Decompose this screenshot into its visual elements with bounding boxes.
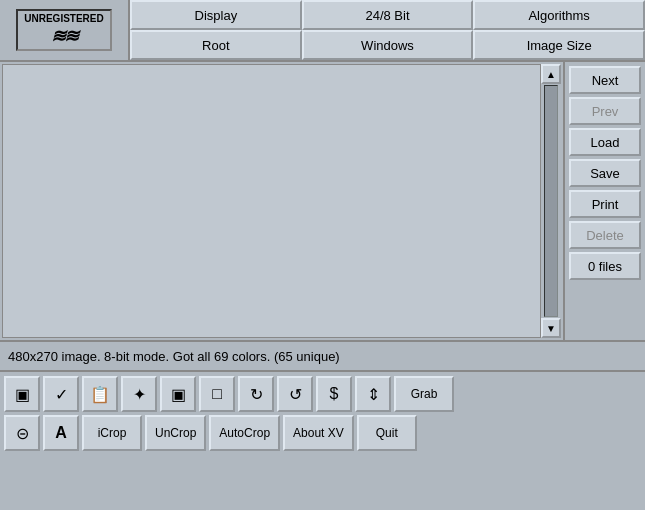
- menu-btn-24-8-bit[interactable]: 24/8 Bit: [302, 0, 474, 30]
- save-button[interactable]: Save: [569, 159, 641, 187]
- toolbar-row-1: ▣ ✓ 📋 ✦ ▣ □ ↻ ↺ $ ⇕ Grab: [4, 376, 641, 412]
- copy-btn[interactable]: 📋: [82, 376, 118, 412]
- scroll-column: ▲ ▼: [541, 64, 561, 338]
- color-btn[interactable]: $: [316, 376, 352, 412]
- unregistered-label: UNREGISTERED: [24, 13, 103, 25]
- redo-btn[interactable]: ↺: [277, 376, 313, 412]
- menu-grid: Display 24/8 Bit Algorithms Root Windows…: [130, 0, 645, 60]
- status-text: 480x270 image. 8-bit mode. Got all 69 co…: [8, 349, 340, 364]
- logo-box: UNREGISTERED ≋≋: [16, 9, 111, 51]
- select-rect-btn[interactable]: ▣: [4, 376, 40, 412]
- menu-btn-display[interactable]: Display: [130, 0, 302, 30]
- canvas-area: ▲ ▼: [0, 62, 565, 340]
- files-count-label: 0 files: [569, 252, 641, 280]
- sidebar-buttons: Next Prev Load Save Print Delete 0 files: [565, 62, 645, 340]
- quit-button[interactable]: Quit: [357, 415, 417, 451]
- status-bar: 480x270 image. 8-bit mode. Got all 69 co…: [0, 342, 645, 372]
- select-poly-btn[interactable]: ✓: [43, 376, 79, 412]
- grab-button[interactable]: Grab: [394, 376, 454, 412]
- zoom-in-btn[interactable]: ▣: [160, 376, 196, 412]
- menu-btn-windows[interactable]: Windows: [302, 30, 474, 60]
- scroll-up-btn[interactable]: ▲: [541, 64, 561, 84]
- canvas-viewport: [2, 64, 541, 338]
- uncrop-button[interactable]: UnCrop: [145, 415, 206, 451]
- scroll-track[interactable]: [544, 85, 558, 317]
- top-bar: UNREGISTERED ≋≋ Display 24/8 Bit Algorit…: [0, 0, 645, 62]
- icrop-button[interactable]: iCrop: [82, 415, 142, 451]
- undo-btn[interactable]: ↻: [238, 376, 274, 412]
- print-button[interactable]: Print: [569, 190, 641, 218]
- menu-btn-image-size[interactable]: Image Size: [473, 30, 645, 60]
- logo-area: UNREGISTERED ≋≋: [0, 0, 130, 60]
- main-area: ▲ ▼ Next Prev Load Save Print Delete 0 f…: [0, 62, 645, 342]
- menu-btn-root[interactable]: Root: [130, 30, 302, 60]
- canvas-scroll-wrapper: ▲ ▼: [0, 62, 563, 340]
- menu-btn-algorithms[interactable]: Algorithms: [473, 0, 645, 30]
- toolbar: ▣ ✓ 📋 ✦ ▣ □ ↻ ↺ $ ⇕ Grab ⊝ A iCrop UnCro…: [0, 372, 645, 455]
- load-button[interactable]: Load: [569, 128, 641, 156]
- text-btn[interactable]: A: [43, 415, 79, 451]
- paste-btn[interactable]: ✦: [121, 376, 157, 412]
- grid-btn[interactable]: ⊝: [4, 415, 40, 451]
- zoom-out-btn[interactable]: □: [199, 376, 235, 412]
- logo-icon: ≋≋: [51, 25, 77, 47]
- scroll-down-btn[interactable]: ▼: [541, 318, 561, 338]
- prev-button[interactable]: Prev: [569, 97, 641, 125]
- flip-btn[interactable]: ⇕: [355, 376, 391, 412]
- delete-button[interactable]: Delete: [569, 221, 641, 249]
- next-button[interactable]: Next: [569, 66, 641, 94]
- toolbar-row-2: ⊝ A iCrop UnCrop AutoCrop About XV Quit: [4, 415, 641, 451]
- about-button[interactable]: About XV: [283, 415, 354, 451]
- autocrop-button[interactable]: AutoCrop: [209, 415, 280, 451]
